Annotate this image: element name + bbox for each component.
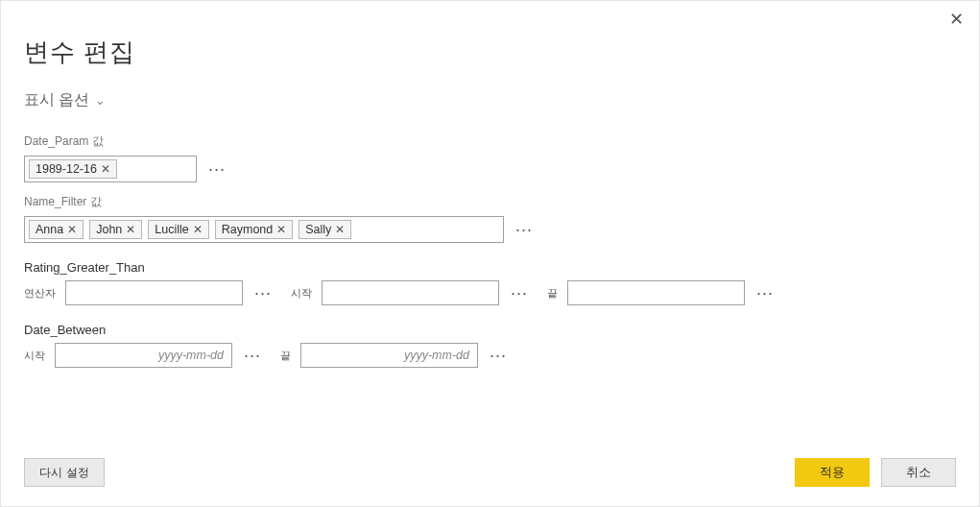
close-icon[interactable]: ✕ xyxy=(944,7,969,32)
ellipsis-icon[interactable]: ··· xyxy=(206,164,227,174)
close-icon[interactable]: ✕ xyxy=(101,163,110,175)
name-filter-token: Sally ✕ xyxy=(299,220,351,239)
name-filter-token: Anna ✕ xyxy=(29,220,84,239)
date-between-start-input[interactable] xyxy=(55,343,232,368)
name-filter-label: Name_Filter 값 xyxy=(24,194,956,210)
close-icon[interactable]: ✕ xyxy=(126,224,135,235)
dialog-title: 변수 편집 xyxy=(1,1,979,69)
ellipsis-icon[interactable]: ··· xyxy=(242,350,263,360)
rating-end-input[interactable] xyxy=(567,280,745,305)
start-label: 시작 xyxy=(291,286,312,301)
name-filter-input[interactable]: Anna ✕ John ✕ Lucille ✕ Raymond ✕ Sally … xyxy=(24,216,504,243)
date-between-end-input[interactable] xyxy=(300,343,478,368)
chevron-down-icon: ⌄ xyxy=(95,93,106,108)
date-param-label: Date_Param 값 xyxy=(24,133,956,150)
token-text: 1989-12-16 xyxy=(36,162,97,176)
ellipsis-icon[interactable]: ··· xyxy=(509,288,530,298)
ellipsis-icon[interactable]: ··· xyxy=(252,288,274,298)
name-filter-token: John ✕ xyxy=(89,220,142,239)
ellipsis-icon[interactable]: ··· xyxy=(514,225,535,234)
operator-label: 연산자 xyxy=(24,286,56,301)
token-text: Raymond xyxy=(222,223,274,236)
token-text: Anna xyxy=(36,223,63,236)
operator-input[interactable] xyxy=(65,280,243,305)
close-icon[interactable]: ✕ xyxy=(335,224,345,235)
display-options-label: 표시 옵션 xyxy=(24,90,89,110)
reset-button[interactable]: 다시 설정 xyxy=(24,458,105,487)
cancel-button[interactable]: 취소 xyxy=(881,458,956,487)
token-text: Lucille xyxy=(155,223,188,236)
display-options-toggle[interactable]: 표시 옵션 ⌄ xyxy=(1,69,106,110)
rating-start-input[interactable] xyxy=(322,280,499,305)
name-filter-token: Raymond ✕ xyxy=(215,220,294,239)
token-text: Sally xyxy=(305,223,331,236)
rating-gt-label: Rating_Greater_Than xyxy=(24,260,956,275)
end-label: 끝 xyxy=(280,349,291,363)
token-text: John xyxy=(96,223,122,236)
close-icon[interactable]: ✕ xyxy=(67,224,77,235)
date-between-label: Date_Between xyxy=(24,323,956,337)
ellipsis-icon[interactable]: ··· xyxy=(488,350,509,360)
date-param-input[interactable]: 1989-12-16 ✕ xyxy=(24,156,197,182)
apply-button[interactable]: 적용 xyxy=(795,458,870,487)
close-icon[interactable]: ✕ xyxy=(276,224,286,235)
name-filter-token: Lucille ✕ xyxy=(148,220,208,239)
end-label: 끝 xyxy=(547,286,558,301)
start-label: 시작 xyxy=(24,349,45,363)
ellipsis-icon[interactable]: ··· xyxy=(754,288,776,298)
date-param-token: 1989-12-16 ✕ xyxy=(29,159,117,179)
close-icon[interactable]: ✕ xyxy=(193,224,203,235)
